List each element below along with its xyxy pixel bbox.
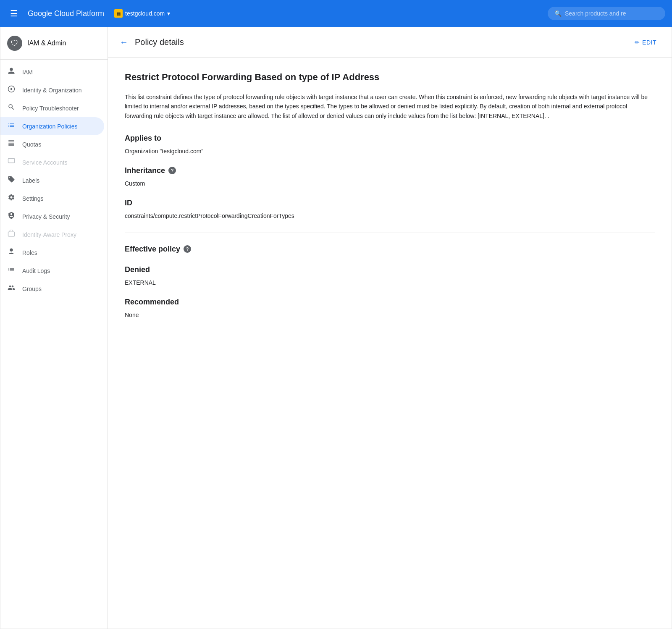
sidebar-nav: IAMIdentity & OrganizationPolicy Trouble…: [0, 60, 108, 301]
svg-rect-2: [8, 158, 15, 163]
denied-heading: Denied: [125, 265, 655, 274]
denied-value: EXTERNAL: [125, 279, 655, 286]
divider: [125, 233, 655, 233]
iam-icon: [7, 67, 16, 77]
sidebar-item-label: Policy Troubleshooter: [22, 105, 79, 112]
org-policies-icon: [7, 121, 16, 131]
search-icon: 🔍: [554, 10, 562, 17]
sidebar-item-audit-logs[interactable]: Audit Logs: [0, 262, 104, 280]
effective-policy-heading: Effective policy: [125, 245, 180, 254]
sidebar-item-label: Labels: [22, 177, 39, 184]
sidebar-item-label: Identity-Aware Proxy: [22, 231, 76, 238]
inheritance-heading-row: Inheritance ?: [125, 166, 655, 175]
sidebar-item-label: Service Accounts: [22, 159, 67, 166]
svg-point-1: [10, 88, 13, 90]
policy-troubleshooter-icon: [7, 103, 16, 113]
sidebar-item-label: Identity & Organization: [22, 87, 82, 94]
sidebar-item-identity-aware-proxy: Identity-Aware Proxy: [0, 225, 104, 244]
labels-icon: [7, 176, 16, 185]
sidebar-item-labels[interactable]: Labels: [0, 171, 104, 189]
sidebar-item-label: Privacy & Security: [22, 213, 70, 220]
sidebar-item-label: Quotas: [22, 141, 41, 148]
policy-description: This list constraint defines the type of…: [125, 92, 655, 121]
sidebar-item-service-accounts: Service Accounts: [0, 153, 104, 171]
identity-aware-proxy-icon: [7, 230, 16, 239]
recommended-value: None: [125, 312, 655, 318]
sidebar-item-label: Audit Logs: [22, 267, 50, 274]
sidebar-item-org-policies[interactable]: Organization Policies: [0, 117, 104, 135]
sidebar-item-quotas[interactable]: Quotas: [0, 135, 104, 153]
identity-org-icon: [7, 85, 16, 95]
back-button[interactable]: ←: [118, 36, 130, 49]
sidebar-item-label: Groups: [22, 286, 42, 292]
app-title: Google Cloud Platform: [28, 9, 104, 18]
svg-rect-3: [8, 232, 15, 236]
sidebar-section-icon: 🛡: [7, 36, 22, 51]
project-selector[interactable]: ▦ testgcloud.com ▾: [111, 8, 173, 19]
content-header: ← Policy details ✏ EDIT: [108, 27, 672, 58]
sidebar-item-privacy-security[interactable]: Privacy & Security: [0, 207, 104, 225]
groups-icon: [7, 284, 16, 294]
inheritance-heading: Inheritance: [125, 166, 165, 175]
roles-icon: [7, 248, 16, 257]
search-bar[interactable]: 🔍: [548, 7, 665, 20]
project-name: testgcloud.com: [125, 10, 165, 17]
sidebar-item-settings[interactable]: Settings: [0, 189, 104, 207]
sidebar: 🛡 IAM & Admin IAMIdentity & Organization…: [0, 27, 108, 629]
edit-icon: ✏: [635, 39, 640, 46]
sidebar-header: 🛡 IAM & Admin: [0, 27, 108, 60]
chevron-down-icon: ▾: [167, 10, 170, 17]
edit-button[interactable]: ✏ EDIT: [630, 37, 662, 48]
content-body: Restrict Protocol Forwarding Based on ty…: [108, 58, 672, 343]
effective-policy-heading-row: Effective policy ?: [125, 245, 655, 254]
sidebar-item-label: Settings: [22, 195, 44, 202]
audit-logs-icon: [7, 266, 16, 275]
sidebar-item-label: IAM: [22, 69, 33, 76]
settings-icon: [7, 194, 16, 203]
main-layout: 🛡 IAM & Admin IAMIdentity & Organization…: [0, 27, 672, 629]
applies-to-value: Organization "testgcloud.com": [125, 148, 655, 155]
sidebar-item-groups[interactable]: Groups: [0, 280, 104, 298]
edit-label: EDIT: [642, 39, 656, 46]
sidebar-item-policy-troubleshooter[interactable]: Policy Troubleshooter: [0, 99, 104, 117]
project-icon: ▦: [114, 9, 123, 18]
applies-to-heading: Applies to: [125, 134, 655, 143]
inheritance-help-icon[interactable]: ?: [168, 167, 176, 174]
id-value: constraints/compute.restrictProtocolForw…: [125, 212, 655, 219]
sidebar-item-roles[interactable]: Roles: [0, 244, 104, 262]
policy-title: Restrict Protocol Forwarding Based on ty…: [125, 71, 655, 84]
sidebar-item-iam[interactable]: IAM: [0, 63, 104, 81]
id-heading: ID: [125, 199, 655, 207]
quotas-icon: [7, 139, 16, 149]
effective-policy-help-icon[interactable]: ?: [184, 245, 191, 253]
sidebar-item-identity-org[interactable]: Identity & Organization: [0, 81, 104, 99]
hamburger-menu[interactable]: ☰: [7, 5, 21, 22]
page-title: Policy details: [135, 37, 625, 47]
service-accounts-icon: [7, 157, 16, 167]
content-area: ← Policy details ✏ EDIT Restrict Protoco…: [108, 27, 672, 629]
sidebar-item-label: Organization Policies: [22, 123, 78, 130]
recommended-heading: Recommended: [125, 298, 655, 307]
sidebar-section-title: IAM & Admin: [27, 39, 66, 47]
inheritance-value: Custom: [125, 180, 655, 187]
search-input[interactable]: [565, 10, 659, 17]
sidebar-item-label: Roles: [22, 249, 37, 256]
top-nav: ☰ Google Cloud Platform ▦ testgcloud.com…: [0, 0, 672, 27]
privacy-security-icon: [7, 212, 16, 221]
